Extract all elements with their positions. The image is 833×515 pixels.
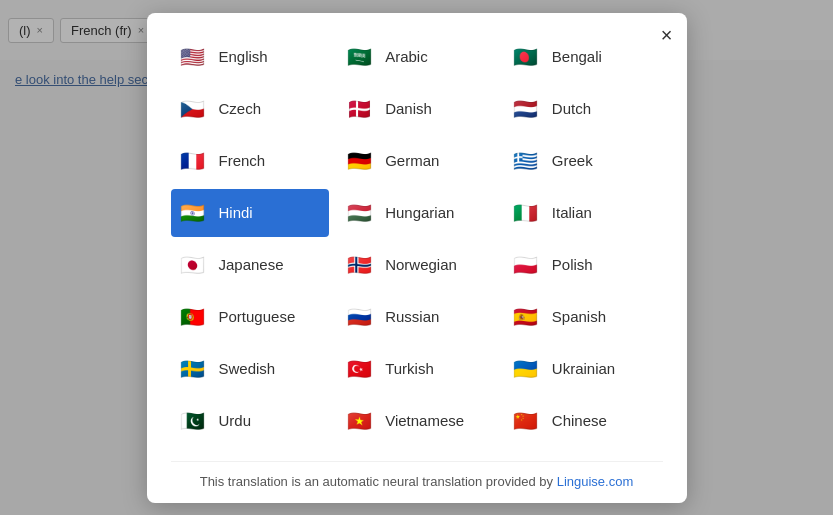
flag-spanish: 🇪🇸 <box>510 301 542 333</box>
linguise-link[interactable]: Linguise.com <box>557 474 634 489</box>
lang-label-greek: Greek <box>552 152 593 169</box>
lang-label-french: French <box>219 152 266 169</box>
lang-label-hungarian: Hungarian <box>385 204 454 221</box>
lang-item-dutch[interactable]: 🇳🇱 Dutch <box>504 85 663 133</box>
lang-item-french[interactable]: 🇫🇷 French <box>171 137 330 185</box>
lang-item-turkish[interactable]: 🇹🇷 Turkish <box>337 345 496 393</box>
lang-item-greek[interactable]: 🇬🇷 Greek <box>504 137 663 185</box>
flag-czech: 🇨🇿 <box>177 93 209 125</box>
flag-hungarian: 🇭🇺 <box>343 197 375 229</box>
lang-label-spanish: Spanish <box>552 308 606 325</box>
lang-label-japanese: Japanese <box>219 256 284 273</box>
lang-item-italian[interactable]: 🇮🇹 Italian <box>504 189 663 237</box>
lang-item-spanish[interactable]: 🇪🇸 Spanish <box>504 293 663 341</box>
lang-label-arabic: Arabic <box>385 48 428 65</box>
language-grid: 🇺🇸 English 🇸🇦 Arabic 🇧🇩 Bengali 🇨🇿 Czech… <box>171 33 663 445</box>
flag-swedish: 🇸🇪 <box>177 353 209 385</box>
flag-french: 🇫🇷 <box>177 145 209 177</box>
flag-bengali: 🇧🇩 <box>510 41 542 73</box>
flag-ukrainian: 🇺🇦 <box>510 353 542 385</box>
lang-label-ukrainian: Ukrainian <box>552 360 615 377</box>
lang-item-urdu[interactable]: 🇵🇰 Urdu <box>171 397 330 445</box>
lang-item-chinese[interactable]: 🇨🇳 Chinese <box>504 397 663 445</box>
lang-item-english[interactable]: 🇺🇸 English <box>171 33 330 81</box>
flag-vietnamese: 🇻🇳 <box>343 405 375 437</box>
flag-danish: 🇩🇰 <box>343 93 375 125</box>
lang-item-swedish[interactable]: 🇸🇪 Swedish <box>171 345 330 393</box>
lang-label-hindi: Hindi <box>219 204 253 221</box>
lang-label-german: German <box>385 152 439 169</box>
lang-label-dutch: Dutch <box>552 100 591 117</box>
lang-label-czech: Czech <box>219 100 262 117</box>
lang-label-chinese: Chinese <box>552 412 607 429</box>
flag-turkish: 🇹🇷 <box>343 353 375 385</box>
lang-item-japanese[interactable]: 🇯🇵 Japanese <box>171 241 330 289</box>
lang-label-turkish: Turkish <box>385 360 434 377</box>
flag-dutch: 🇳🇱 <box>510 93 542 125</box>
lang-item-czech[interactable]: 🇨🇿 Czech <box>171 85 330 133</box>
lang-item-polish[interactable]: 🇵🇱 Polish <box>504 241 663 289</box>
lang-label-polish: Polish <box>552 256 593 273</box>
lang-label-norwegian: Norwegian <box>385 256 457 273</box>
flag-hindi: 🇮🇳 <box>177 197 209 229</box>
modal-overlay: × 🇺🇸 English 🇸🇦 Arabic 🇧🇩 Bengali 🇨🇿 Cze… <box>0 0 833 515</box>
flag-norwegian: 🇳🇴 <box>343 249 375 281</box>
lang-label-swedish: Swedish <box>219 360 276 377</box>
flag-german: 🇩🇪 <box>343 145 375 177</box>
lang-item-bengali[interactable]: 🇧🇩 Bengali <box>504 33 663 81</box>
flag-urdu: 🇵🇰 <box>177 405 209 437</box>
lang-item-arabic[interactable]: 🇸🇦 Arabic <box>337 33 496 81</box>
lang-label-vietnamese: Vietnamese <box>385 412 464 429</box>
close-button[interactable]: × <box>661 25 673 45</box>
flag-english: 🇺🇸 <box>177 41 209 73</box>
flag-arabic: 🇸🇦 <box>343 41 375 73</box>
flag-chinese: 🇨🇳 <box>510 405 542 437</box>
modal-footer: This translation is an automatic neural … <box>171 461 663 489</box>
lang-item-portuguese[interactable]: 🇵🇹 Portuguese <box>171 293 330 341</box>
lang-label-portuguese: Portuguese <box>219 308 296 325</box>
lang-label-bengali: Bengali <box>552 48 602 65</box>
flag-italian: 🇮🇹 <box>510 197 542 229</box>
lang-item-vietnamese[interactable]: 🇻🇳 Vietnamese <box>337 397 496 445</box>
flag-polish: 🇵🇱 <box>510 249 542 281</box>
lang-item-hindi[interactable]: 🇮🇳 Hindi <box>171 189 330 237</box>
flag-russian: 🇷🇺 <box>343 301 375 333</box>
language-modal: × 🇺🇸 English 🇸🇦 Arabic 🇧🇩 Bengali 🇨🇿 Cze… <box>147 13 687 503</box>
lang-item-german[interactable]: 🇩🇪 German <box>337 137 496 185</box>
lang-label-english: English <box>219 48 268 65</box>
lang-item-hungarian[interactable]: 🇭🇺 Hungarian <box>337 189 496 237</box>
flag-greek: 🇬🇷 <box>510 145 542 177</box>
lang-item-danish[interactable]: 🇩🇰 Danish <box>337 85 496 133</box>
lang-label-russian: Russian <box>385 308 439 325</box>
footer-text: This translation is an automatic neural … <box>200 474 557 489</box>
flag-japanese: 🇯🇵 <box>177 249 209 281</box>
lang-label-danish: Danish <box>385 100 432 117</box>
lang-label-urdu: Urdu <box>219 412 252 429</box>
lang-item-norwegian[interactable]: 🇳🇴 Norwegian <box>337 241 496 289</box>
lang-item-ukrainian[interactable]: 🇺🇦 Ukrainian <box>504 345 663 393</box>
lang-label-italian: Italian <box>552 204 592 221</box>
lang-item-russian[interactable]: 🇷🇺 Russian <box>337 293 496 341</box>
flag-portuguese: 🇵🇹 <box>177 301 209 333</box>
